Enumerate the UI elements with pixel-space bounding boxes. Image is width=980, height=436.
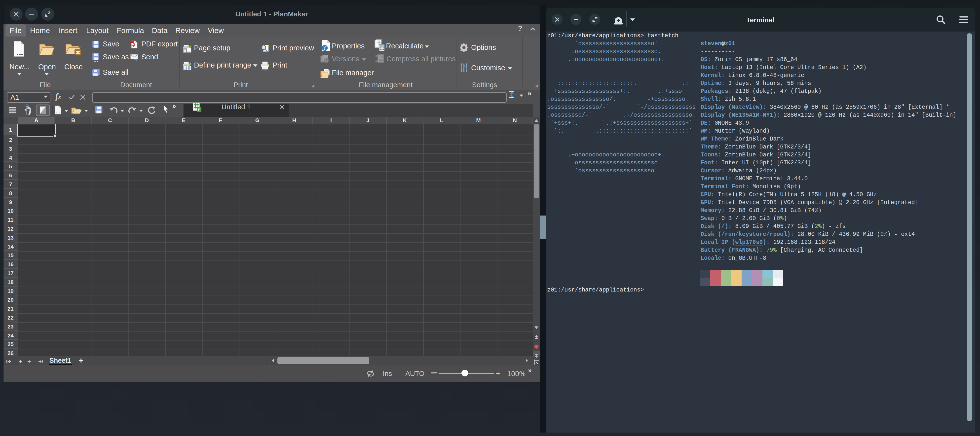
svg-text:i: i — [324, 45, 326, 51]
svg-text:P: P — [198, 108, 200, 112]
